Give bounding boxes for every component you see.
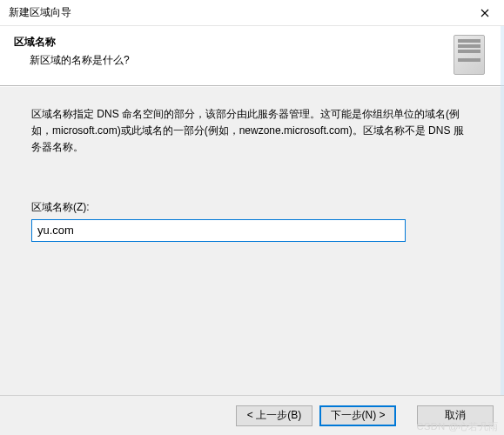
wizard-content: 区域名称指定 DNS 命名空间的部分，该部分由此服务器管理。这可能是你组织单位的… <box>0 86 504 435</box>
description-text: 区域名称指定 DNS 命名空间的部分，该部分由此服务器管理。这可能是你组织单位的… <box>31 106 471 157</box>
titlebar: 新建区域向导 <box>0 0 504 26</box>
right-edge-accent <box>501 26 504 395</box>
wizard-header: 区域名称 新区域的名称是什么? <box>0 26 504 86</box>
header-title: 区域名称 <box>14 35 440 50</box>
zone-name-input[interactable] <box>31 219 406 242</box>
next-button[interactable]: 下一步(N) > <box>319 405 396 426</box>
window-title: 新建区域向导 <box>9 5 71 20</box>
close-button[interactable] <box>465 0 504 26</box>
back-button[interactable]: < 上一步(B) <box>236 405 312 426</box>
header-text: 区域名称 新区域的名称是什么? <box>14 35 440 75</box>
header-subtitle: 新区域的名称是什么? <box>30 53 440 68</box>
button-row: < 上一步(B) 下一步(N) > 取消 <box>0 395 504 435</box>
close-icon <box>480 9 489 17</box>
cancel-button[interactable]: 取消 <box>417 405 494 426</box>
zone-name-label: 区域名称(Z): <box>31 200 471 215</box>
dns-server-icon <box>448 35 490 75</box>
